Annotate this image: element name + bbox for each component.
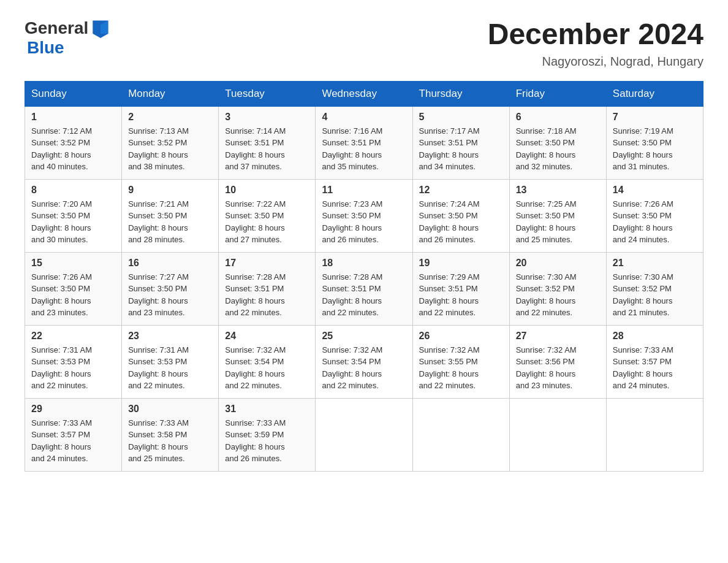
logo-text-blue: Blue xyxy=(27,38,64,58)
logo-icon xyxy=(91,18,110,38)
calendar-table: SundayMondayTuesdayWednesdayThursdayFrid… xyxy=(25,81,703,472)
col-header-saturday: Saturday xyxy=(606,81,703,106)
page-header: General Blue December 2024 Nagyoroszi, N… xyxy=(25,18,703,69)
col-header-sunday: Sunday xyxy=(25,81,122,106)
day-info: Sunrise: 7:22 AMSunset: 3:50 PMDaylight:… xyxy=(225,198,309,246)
day-number: 25 xyxy=(322,331,406,342)
day-number: 17 xyxy=(225,258,309,269)
calendar-cell: 11Sunrise: 7:23 AMSunset: 3:50 PMDayligh… xyxy=(316,179,412,252)
calendar-cell: 14Sunrise: 7:26 AMSunset: 3:50 PMDayligh… xyxy=(606,179,703,252)
day-info: Sunrise: 7:31 AMSunset: 3:53 PMDaylight:… xyxy=(128,344,212,392)
week-row-3: 15Sunrise: 7:26 AMSunset: 3:50 PMDayligh… xyxy=(25,252,703,325)
day-number: 12 xyxy=(419,185,503,196)
day-number: 11 xyxy=(322,185,406,196)
col-header-wednesday: Wednesday xyxy=(316,81,412,106)
day-number: 7 xyxy=(613,112,697,123)
day-info: Sunrise: 7:30 AMSunset: 3:52 PMDaylight:… xyxy=(516,271,600,319)
day-info: Sunrise: 7:17 AMSunset: 3:51 PMDaylight:… xyxy=(419,125,503,173)
calendar-header-row: SundayMondayTuesdayWednesdayThursdayFrid… xyxy=(25,81,703,106)
day-info: Sunrise: 7:28 AMSunset: 3:51 PMDaylight:… xyxy=(225,271,309,319)
calendar-cell: 26Sunrise: 7:32 AMSunset: 3:55 PMDayligh… xyxy=(412,325,509,398)
col-header-monday: Monday xyxy=(122,81,219,106)
day-number: 6 xyxy=(516,112,600,123)
day-info: Sunrise: 7:30 AMSunset: 3:52 PMDaylight:… xyxy=(613,271,697,319)
calendar-cell: 13Sunrise: 7:25 AMSunset: 3:50 PMDayligh… xyxy=(509,179,606,252)
calendar-cell: 8Sunrise: 7:20 AMSunset: 3:50 PMDaylight… xyxy=(25,179,122,252)
col-header-tuesday: Tuesday xyxy=(219,81,316,106)
calendar-cell: 4Sunrise: 7:16 AMSunset: 3:51 PMDaylight… xyxy=(316,106,412,179)
calendar-cell: 27Sunrise: 7:32 AMSunset: 3:56 PMDayligh… xyxy=(509,325,606,398)
day-number: 8 xyxy=(31,185,115,196)
day-number: 18 xyxy=(322,258,406,269)
day-number: 15 xyxy=(31,258,115,269)
day-info: Sunrise: 7:12 AMSunset: 3:52 PMDaylight:… xyxy=(31,125,115,173)
logo: General Blue xyxy=(25,18,110,58)
day-info: Sunrise: 7:26 AMSunset: 3:50 PMDaylight:… xyxy=(613,198,697,246)
day-info: Sunrise: 7:33 AMSunset: 3:59 PMDaylight:… xyxy=(225,417,309,465)
calendar-cell: 20Sunrise: 7:30 AMSunset: 3:52 PMDayligh… xyxy=(509,252,606,325)
calendar-cell: 15Sunrise: 7:26 AMSunset: 3:50 PMDayligh… xyxy=(25,252,122,325)
day-number: 24 xyxy=(225,331,309,342)
day-info: Sunrise: 7:33 AMSunset: 3:57 PMDaylight:… xyxy=(613,344,697,392)
day-number: 26 xyxy=(419,331,503,342)
day-number: 21 xyxy=(613,258,697,269)
calendar-cell: 9Sunrise: 7:21 AMSunset: 3:50 PMDaylight… xyxy=(122,179,219,252)
day-info: Sunrise: 7:13 AMSunset: 3:52 PMDaylight:… xyxy=(128,125,212,173)
col-header-friday: Friday xyxy=(509,81,606,106)
day-number: 14 xyxy=(613,185,697,196)
week-row-5: 29Sunrise: 7:33 AMSunset: 3:57 PMDayligh… xyxy=(25,398,703,471)
calendar-cell: 6Sunrise: 7:18 AMSunset: 3:50 PMDaylight… xyxy=(509,106,606,179)
calendar-cell xyxy=(316,398,412,471)
month-title: December 2024 xyxy=(488,18,703,51)
calendar-cell: 21Sunrise: 7:30 AMSunset: 3:52 PMDayligh… xyxy=(606,252,703,325)
calendar-cell: 2Sunrise: 7:13 AMSunset: 3:52 PMDaylight… xyxy=(122,106,219,179)
logo-text-general: General xyxy=(25,18,88,38)
day-info: Sunrise: 7:28 AMSunset: 3:51 PMDaylight:… xyxy=(322,271,406,319)
day-number: 27 xyxy=(516,331,600,342)
day-info: Sunrise: 7:18 AMSunset: 3:50 PMDaylight:… xyxy=(516,125,600,173)
day-info: Sunrise: 7:25 AMSunset: 3:50 PMDaylight:… xyxy=(516,198,600,246)
day-number: 28 xyxy=(613,331,697,342)
day-number: 31 xyxy=(225,404,309,415)
day-number: 19 xyxy=(419,258,503,269)
day-number: 4 xyxy=(322,112,406,123)
day-info: Sunrise: 7:20 AMSunset: 3:50 PMDaylight:… xyxy=(31,198,115,246)
day-info: Sunrise: 7:19 AMSunset: 3:50 PMDaylight:… xyxy=(613,125,697,173)
day-info: Sunrise: 7:33 AMSunset: 3:57 PMDaylight:… xyxy=(31,417,115,465)
calendar-cell xyxy=(606,398,703,471)
calendar-cell: 24Sunrise: 7:32 AMSunset: 3:54 PMDayligh… xyxy=(219,325,316,398)
location-subtitle: Nagyoroszi, Nograd, Hungary xyxy=(488,55,703,69)
calendar-cell: 17Sunrise: 7:28 AMSunset: 3:51 PMDayligh… xyxy=(219,252,316,325)
day-info: Sunrise: 7:32 AMSunset: 3:54 PMDaylight:… xyxy=(322,344,406,392)
week-row-4: 22Sunrise: 7:31 AMSunset: 3:53 PMDayligh… xyxy=(25,325,703,398)
calendar-cell xyxy=(509,398,606,471)
col-header-thursday: Thursday xyxy=(412,81,509,106)
week-row-2: 8Sunrise: 7:20 AMSunset: 3:50 PMDaylight… xyxy=(25,179,703,252)
calendar-cell: 10Sunrise: 7:22 AMSunset: 3:50 PMDayligh… xyxy=(219,179,316,252)
calendar-cell: 30Sunrise: 7:33 AMSunset: 3:58 PMDayligh… xyxy=(122,398,219,471)
day-number: 10 xyxy=(225,185,309,196)
calendar-cell: 3Sunrise: 7:14 AMSunset: 3:51 PMDaylight… xyxy=(219,106,316,179)
calendar-cell: 5Sunrise: 7:17 AMSunset: 3:51 PMDaylight… xyxy=(412,106,509,179)
day-info: Sunrise: 7:32 AMSunset: 3:54 PMDaylight:… xyxy=(225,344,309,392)
day-number: 30 xyxy=(128,404,212,415)
calendar-cell: 28Sunrise: 7:33 AMSunset: 3:57 PMDayligh… xyxy=(606,325,703,398)
calendar-cell: 7Sunrise: 7:19 AMSunset: 3:50 PMDaylight… xyxy=(606,106,703,179)
day-number: 16 xyxy=(128,258,212,269)
day-info: Sunrise: 7:31 AMSunset: 3:53 PMDaylight:… xyxy=(31,344,115,392)
day-info: Sunrise: 7:27 AMSunset: 3:50 PMDaylight:… xyxy=(128,271,212,319)
day-info: Sunrise: 7:32 AMSunset: 3:56 PMDaylight:… xyxy=(516,344,600,392)
day-info: Sunrise: 7:29 AMSunset: 3:51 PMDaylight:… xyxy=(419,271,503,319)
title-area: December 2024 Nagyoroszi, Nograd, Hungar… xyxy=(488,18,703,69)
day-info: Sunrise: 7:23 AMSunset: 3:50 PMDaylight:… xyxy=(322,198,406,246)
week-row-1: 1Sunrise: 7:12 AMSunset: 3:52 PMDaylight… xyxy=(25,106,703,179)
day-info: Sunrise: 7:16 AMSunset: 3:51 PMDaylight:… xyxy=(322,125,406,173)
day-info: Sunrise: 7:24 AMSunset: 3:50 PMDaylight:… xyxy=(419,198,503,246)
day-info: Sunrise: 7:21 AMSunset: 3:50 PMDaylight:… xyxy=(128,198,212,246)
calendar-cell: 31Sunrise: 7:33 AMSunset: 3:59 PMDayligh… xyxy=(219,398,316,471)
day-number: 5 xyxy=(419,112,503,123)
day-info: Sunrise: 7:32 AMSunset: 3:55 PMDaylight:… xyxy=(419,344,503,392)
day-info: Sunrise: 7:33 AMSunset: 3:58 PMDaylight:… xyxy=(128,417,212,465)
calendar-cell: 12Sunrise: 7:24 AMSunset: 3:50 PMDayligh… xyxy=(412,179,509,252)
calendar-cell: 23Sunrise: 7:31 AMSunset: 3:53 PMDayligh… xyxy=(122,325,219,398)
